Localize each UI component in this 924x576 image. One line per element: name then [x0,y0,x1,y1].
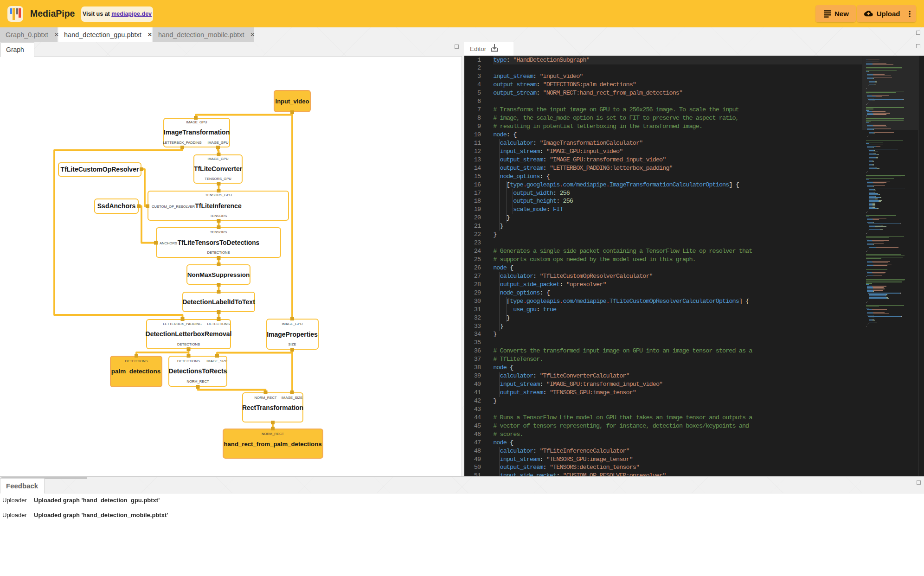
svg-text:IMAGE_SIZE: IMAGE_SIZE [282,396,303,400]
svg-text:ANCHORS: ANCHORS [160,241,177,245]
svg-text:TENSORS: TENSORS [210,230,227,234]
svg-text:TENSORS: TENSORS [210,214,227,218]
svg-text:CUSTOM_OP_RESOLVER: CUSTOM_OP_RESOLVER [152,205,195,209]
svg-text:ImageProperties: ImageProperties [267,331,318,338]
svg-text:DetectionLetterboxRemoval: DetectionLetterboxRemoval [146,330,232,338]
svg-text:DETECTIONS: DETECTIONS [177,359,200,363]
svg-text:LETTERBOX_PADDING: LETTERBOX_PADDING [163,322,202,326]
svg-text:IMAGE_GPU: IMAGE_GPU [282,322,302,326]
svg-text:DETECTIONS: DETECTIONS [125,359,148,363]
svg-text:input_video: input_video [276,98,309,105]
svg-text:DetectionLabelIdToText: DetectionLabelIdToText [182,298,255,306]
svg-text:DETECTIONS: DETECTIONS [207,250,230,255]
svg-text:IMAGE_SIZE: IMAGE_SIZE [206,359,228,363]
svg-text:TENSORS_GPU: TENSORS_GPU [205,177,231,181]
svg-text:NORM_RECT: NORM_RECT [262,432,284,436]
svg-text:NORM_RECT: NORM_RECT [254,396,276,400]
svg-text:RectTransformation: RectTransformation [242,404,303,411]
svg-text:TfLiteInference: TfLiteInference [195,202,242,210]
svg-text:LETTERBOX_PADDING: LETTERBOX_PADDING [163,141,202,145]
svg-text:TENSORS_GPU: TENSORS_GPU [205,193,231,197]
svg-text:NORM_RECT: NORM_RECT [186,379,209,384]
svg-text:ImageTransformation: ImageTransformation [164,128,230,136]
svg-text:TfLiteTensorsToDetections: TfLiteTensorsToDetections [178,239,260,246]
svg-text:DETECTIONS: DETECTIONS [177,342,200,346]
svg-text:DetectionsToRects: DetectionsToRects [169,367,227,375]
svg-text:SsdAnchors: SsdAnchors [97,202,136,210]
svg-text:IMAGE_GPU: IMAGE_GPU [207,141,228,145]
svg-text:TfLiteConverter: TfLiteConverter [194,165,243,173]
svg-text:palm_detections: palm_detections [111,368,161,375]
svg-text:SIZE: SIZE [289,342,296,346]
svg-text:TfLiteCustomOpResolver: TfLiteCustomOpResolver [61,166,139,173]
svg-text:IMAGE_GPU: IMAGE_GPU [186,120,207,124]
svg-text:NonMaxSuppression: NonMaxSuppression [187,271,250,278]
svg-text:DETECTIONS: DETECTIONS [207,322,230,326]
svg-text:hand_rect_from_palm_detections: hand_rect_from_palm_detections [224,441,321,448]
svg-text:IMAGE_GPU: IMAGE_GPU [207,157,228,161]
